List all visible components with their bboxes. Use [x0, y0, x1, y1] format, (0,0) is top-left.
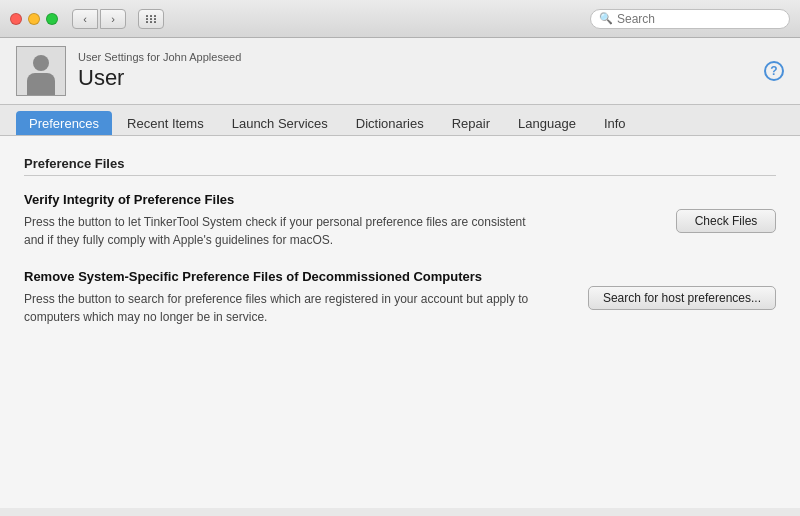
search-icon: 🔍	[599, 12, 613, 25]
remove-system-specific-description: Press the button to search for preferenc…	[24, 290, 544, 326]
avatar	[16, 46, 66, 96]
user-title: User	[78, 65, 241, 91]
verify-integrity-description: Press the button to let TinkerTool Syste…	[24, 213, 544, 249]
check-files-button[interactable]: Check Files	[676, 209, 776, 233]
section-title: Preference Files	[24, 156, 776, 171]
grid-dots-icon	[146, 15, 157, 23]
tab-language[interactable]: Language	[505, 111, 589, 135]
remove-system-specific-title: Remove System-Specific Preference Files …	[24, 269, 572, 284]
avatar-figure	[23, 51, 59, 95]
avatar-body	[27, 73, 55, 95]
avatar-head	[33, 55, 49, 71]
app-header: User Settings for John Appleseed User ?	[0, 38, 800, 105]
tabs-bar: Preferences Recent Items Launch Services…	[0, 105, 800, 136]
main-content: Preference Files Verify Integrity of Pre…	[0, 136, 800, 508]
help-button[interactable]: ?	[764, 61, 784, 81]
search-host-preferences-button[interactable]: Search for host preferences...	[588, 286, 776, 310]
search-box[interactable]: 🔍	[590, 9, 790, 29]
remove-system-specific-block: Remove System-Specific Preference Files …	[24, 269, 776, 326]
tab-repair[interactable]: Repair	[439, 111, 503, 135]
header-text: User Settings for John Appleseed User	[78, 51, 241, 91]
section-divider	[24, 175, 776, 176]
forward-button[interactable]: ›	[100, 9, 126, 29]
traffic-lights	[10, 13, 58, 25]
search-input[interactable]	[617, 12, 781, 26]
tab-dictionaries[interactable]: Dictionaries	[343, 111, 437, 135]
tab-info[interactable]: Info	[591, 111, 639, 135]
minimize-button[interactable]	[28, 13, 40, 25]
verify-integrity-text: Verify Integrity of Preference Files Pre…	[24, 192, 660, 249]
nav-buttons: ‹ ›	[72, 9, 126, 29]
back-button[interactable]: ‹	[72, 9, 98, 29]
grid-menu-button[interactable]	[138, 9, 164, 29]
maximize-button[interactable]	[46, 13, 58, 25]
user-settings-label: User Settings for John Appleseed	[78, 51, 241, 63]
preference-files-section: Preference Files Verify Integrity of Pre…	[24, 156, 776, 326]
title-bar: ‹ › 🔍	[0, 0, 800, 38]
remove-system-specific-text: Remove System-Specific Preference Files …	[24, 269, 572, 326]
verify-integrity-block: Verify Integrity of Preference Files Pre…	[24, 192, 776, 249]
verify-integrity-title: Verify Integrity of Preference Files	[24, 192, 660, 207]
close-button[interactable]	[10, 13, 22, 25]
tab-launch-services[interactable]: Launch Services	[219, 111, 341, 135]
tab-preferences[interactable]: Preferences	[16, 111, 112, 135]
tab-recent-items[interactable]: Recent Items	[114, 111, 217, 135]
